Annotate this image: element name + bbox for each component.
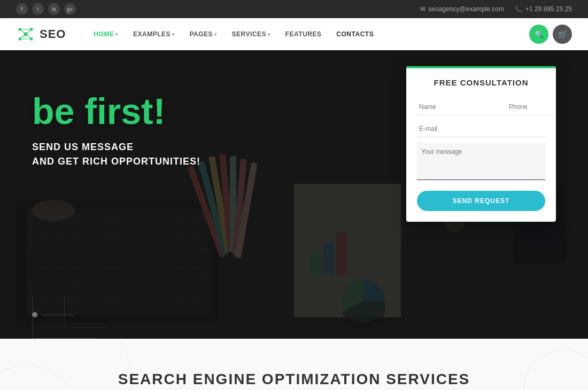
chevron-down-icon: ▾ — [115, 32, 118, 37]
top-bar: f t in g+ ✉ seoagency@example.com 📞 +1 2… — [0, 0, 588, 18]
chevron-down-icon: ▾ — [172, 32, 175, 37]
svg-line-8 — [26, 34, 32, 39]
send-request-button[interactable]: SEND REQUEST — [417, 191, 545, 211]
nav-menu: HOME ▾ EXAMPLES ▾ PAGES ▾ SERVICES ▾ FEA… — [87, 26, 529, 42]
chevron-down-icon: ▾ — [268, 32, 270, 37]
nav-item-contacts[interactable]: CONTACTS — [330, 26, 380, 42]
consultation-form: SEND REQUEST — [406, 93, 556, 222]
bottom-title: SEARCH ENGINE OPTIMIZATION SERVICES — [16, 371, 572, 388]
consultation-title: FREE CONSULTATION — [417, 78, 545, 87]
consultation-header: FREE CONSULTATION — [406, 66, 556, 93]
cart-icon: 🛒 — [558, 30, 567, 38]
logo-text: SEO — [40, 27, 66, 41]
nav-item-features[interactable]: FEATURES — [279, 26, 328, 42]
name-input[interactable] — [417, 99, 501, 115]
search-icon: 🔍 — [535, 30, 544, 38]
name-phone-row — [417, 99, 545, 115]
hero-section: be first! SEND US MESSAGE AND GET RICH O… — [0, 50, 588, 339]
linkedin-icon[interactable]: in — [48, 3, 60, 15]
nav-item-pages[interactable]: PAGES ▾ — [183, 26, 223, 42]
nav-item-services[interactable]: SERVICES ▾ — [226, 26, 277, 42]
svg-line-5 — [20, 29, 26, 34]
bottom-section: SEARCH ENGINE OPTIMIZATION SERVICES We a… — [0, 339, 588, 390]
googleplus-icon[interactable]: g+ — [64, 3, 76, 15]
nav-item-home[interactable]: HOME ▾ — [87, 26, 125, 42]
phone-input[interactable] — [507, 99, 556, 115]
social-links: f t in g+ — [16, 3, 76, 15]
logo[interactable]: SEO — [16, 25, 66, 44]
email-contact: ✉ seoagency@example.com — [420, 5, 504, 13]
consultation-card: FREE CONSULTATION SEND REQUEST — [406, 66, 556, 222]
cart-button[interactable]: 🛒 — [553, 25, 572, 44]
phone-contact: 📞 +1 29 895 25 25 — [515, 5, 572, 13]
email-input[interactable] — [417, 121, 545, 137]
navbar: SEO HOME ▾ EXAMPLES ▾ PAGES ▾ SERVICES ▾… — [0, 18, 588, 50]
svg-line-6 — [26, 29, 32, 34]
search-button[interactable]: 🔍 — [529, 25, 548, 44]
message-textarea[interactable] — [417, 143, 545, 180]
twitter-icon[interactable]: t — [32, 3, 44, 15]
facebook-icon[interactable]: f — [16, 3, 28, 15]
svg-line-7 — [20, 34, 26, 39]
logo-icon — [16, 25, 35, 44]
chevron-down-icon: ▾ — [214, 32, 217, 37]
nav-item-examples[interactable]: EXAMPLES ▾ — [127, 26, 181, 42]
nav-actions: 🔍 🛒 — [529, 25, 572, 44]
